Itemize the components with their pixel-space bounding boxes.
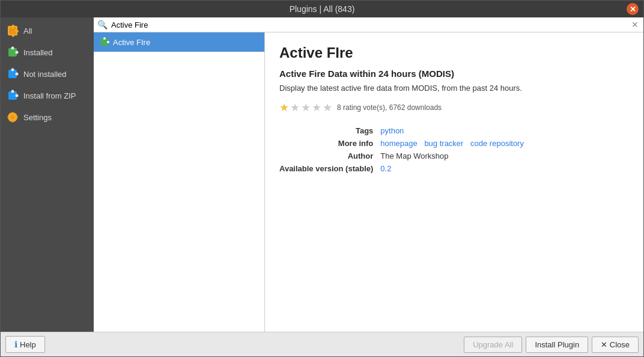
svg-rect-17 [12, 121, 13, 123]
more-info-label: More info [279, 139, 373, 148]
plugin-subtitle: Active Fire Data within 24 hours (MODIS) [279, 69, 629, 79]
version-value: 0.2 [380, 164, 629, 173]
sidebar-item-all-label: All [23, 26, 32, 35]
svg-point-7 [16, 51, 19, 54]
content-area: 🔍 ✕ Active FIre [94, 17, 643, 332]
search-input[interactable] [111, 20, 627, 29]
tags-value: python [380, 126, 629, 135]
gear-settings-icon [7, 111, 19, 123]
sidebar-item-installed-label: Installed [23, 48, 52, 57]
svg-rect-16 [12, 112, 13, 114]
puzzle-all-icon [7, 25, 19, 37]
close-label: Close [610, 340, 630, 349]
sidebar-item-not-installed[interactable]: Not installed [1, 63, 94, 85]
search-icon: 🔍 [97, 20, 108, 29]
plugin-list: Active FIre [94, 32, 265, 332]
footer: ℹ Help Upgrade All Install Plugin ✕ Clos… [1, 332, 643, 356]
bug-tracker-link[interactable]: bug tracker [424, 139, 463, 148]
upgrade-all-label: Upgrade All [473, 340, 513, 349]
footer-right: Upgrade All Install Plugin ✕ Close [464, 337, 639, 353]
plugin-area: Active FIre Active FIre Active Fire Data… [94, 32, 643, 332]
code-repository-link[interactable]: code repository [470, 139, 524, 148]
svg-point-12 [11, 90, 14, 93]
sidebar-item-installed[interactable]: Installed [1, 41, 94, 63]
window-close-button[interactable]: ✕ [627, 3, 639, 15]
main-area: All Installed Not installed [1, 17, 643, 332]
star-4: ★ [312, 101, 321, 114]
svg-point-6 [11, 47, 14, 50]
svg-point-10 [16, 73, 19, 76]
help-button[interactable]: ℹ Help [5, 336, 45, 353]
svg-rect-18 [7, 117, 9, 118]
tags-link[interactable]: python [380, 126, 404, 135]
author-label: Author [279, 151, 373, 160]
upgrade-all-button[interactable]: Upgrade All [464, 337, 522, 353]
svg-point-9 [11, 69, 14, 72]
version-link[interactable]: 0.2 [380, 164, 391, 173]
help-icon: ℹ [14, 340, 17, 349]
install-plugin-button[interactable]: Install Plugin [526, 337, 588, 353]
plugin-item-icon [100, 37, 109, 47]
sidebar-item-install-from-zip-label: Install from ZIP [23, 91, 76, 100]
rating-row: ★ ★ ★ ★ ★ 8 rating vote(s), 6762 downloa… [279, 101, 629, 114]
sidebar-item-settings[interactable]: Settings [1, 106, 94, 128]
search-clear-button[interactable]: ✕ [630, 20, 640, 29]
svg-point-22 [107, 41, 109, 43]
info-table: Tags python More info homepage bug track… [279, 126, 629, 173]
title-text: Plugins | All (843) [290, 4, 355, 14]
search-bar: 🔍 ✕ [94, 17, 643, 32]
close-button[interactable]: ✕ Close [592, 337, 639, 353]
help-label: Help [20, 340, 36, 349]
window-close-icon: ✕ [630, 5, 636, 13]
sidebar-item-not-installed-label: Not installed [23, 70, 67, 79]
version-label: Available version (stable) [279, 164, 373, 173]
plugin-title: Active FIre [279, 44, 629, 61]
sidebar-item-install-from-zip[interactable]: Install from ZIP [1, 85, 94, 106]
rating-text: 8 rating vote(s), 6762 downloads [337, 103, 442, 112]
footer-left: ℹ Help [5, 336, 45, 353]
puzzle-notinstalled-icon [7, 68, 19, 80]
svg-rect-19 [16, 117, 18, 118]
svg-point-21 [103, 37, 106, 40]
plugin-description: Display the latest active fire data from… [279, 84, 629, 93]
tags-label: Tags [279, 126, 373, 135]
homepage-link[interactable]: homepage [380, 139, 417, 148]
star-5: ★ [323, 101, 332, 114]
puzzle-zip-icon [7, 90, 19, 102]
star-1: ★ [279, 101, 289, 114]
titlebar: Plugins | All (843) ✕ [1, 1, 643, 17]
puzzle-installed-icon [7, 46, 19, 58]
star-3: ★ [301, 101, 311, 114]
stars: ★ ★ ★ ★ ★ [279, 101, 332, 114]
close-icon: ✕ [601, 340, 607, 349]
star-2: ★ [290, 101, 300, 114]
plugin-detail: Active FIre Active Fire Data within 24 h… [265, 32, 643, 332]
sidebar-item-all[interactable]: All [1, 20, 94, 41]
install-plugin-label: Install Plugin [535, 340, 579, 349]
plugin-item-label: Active FIre [113, 38, 150, 47]
svg-point-13 [16, 94, 19, 97]
author-value: The Map Workshop [380, 151, 629, 160]
dialog: Plugins | All (843) ✕ All [0, 0, 644, 357]
more-info-value: homepage bug tracker code repository [380, 139, 629, 148]
sidebar-item-settings-label: Settings [23, 113, 52, 122]
sidebar: All Installed Not installed [1, 17, 94, 332]
svg-point-15 [11, 115, 14, 119]
svg-point-4 [15, 29, 18, 32]
list-item[interactable]: Active FIre [94, 32, 264, 52]
svg-point-3 [11, 26, 14, 29]
